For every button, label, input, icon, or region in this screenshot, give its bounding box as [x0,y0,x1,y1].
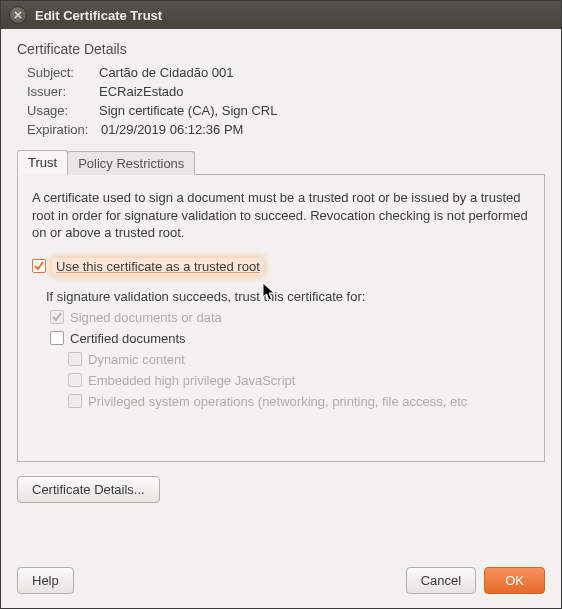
checkbox-label: Use this certificate as a trusted root [52,258,264,275]
detail-label: Subject: [27,65,99,80]
detail-expiration: Expiration: 01/29/2019 06:12:36 PM [27,122,545,137]
checkbox-privileged-ops: Privileged system operations (networking… [68,394,530,409]
detail-label: Expiration: [27,122,101,137]
tab-policy-restrictions[interactable]: Policy Restrictions [67,151,195,175]
detail-value: 01/29/2019 06:12:36 PM [101,122,243,137]
checkbox-certified-documents[interactable]: Certified documents [50,331,530,346]
checkbox-signed-documents: Signed documents or data [50,310,530,325]
checkbox-icon [50,310,64,324]
help-button[interactable]: Help [17,567,74,594]
detail-value: Cartão de Cidadão 001 [99,65,233,80]
checkbox-label: Dynamic content [88,352,185,367]
trust-panel: A certificate used to sign a document mu… [17,175,545,462]
footer: Help Cancel OK [17,557,545,594]
content-area: Certificate Details Subject: Cartão de C… [1,29,561,608]
cancel-button[interactable]: Cancel [406,567,476,594]
tab-area: Trust Policy Restrictions A certificate … [17,149,545,462]
panel-description: A certificate used to sign a document mu… [32,189,530,242]
checkbox-icon [68,352,82,366]
checkbox-icon [50,331,64,345]
checkbox-label: Certified documents [70,331,186,346]
checkbox-trusted-root[interactable]: Use this certificate as a trusted root [32,258,264,275]
tab-trust[interactable]: Trust [17,150,68,175]
tab-strip: Trust Policy Restrictions [17,149,545,175]
checkbox-label: Privileged system operations (networking… [88,394,467,409]
checkbox-icon [32,259,46,273]
close-icon[interactable] [9,6,27,24]
checkbox-icon [68,373,82,387]
detail-label: Usage: [27,103,99,118]
ok-button[interactable]: OK [484,567,545,594]
checkbox-icon [68,394,82,408]
detail-issuer: Issuer: ECRaizEstado [27,84,545,99]
checkbox-embedded-js: Embedded high privilege JavaScript [68,373,530,388]
cert-details-row: Certificate Details... [17,476,545,503]
window-title: Edit Certificate Trust [35,8,162,23]
detail-value: ECRaizEstado [99,84,184,99]
sub-heading: If signature validation succeeds, trust … [46,289,530,304]
detail-subject: Subject: Cartão de Cidadão 001 [27,65,545,80]
detail-label: Issuer: [27,84,99,99]
checkbox-dynamic-content: Dynamic content [68,352,530,367]
checkbox-label: Embedded high privilege JavaScript [88,373,295,388]
detail-value: Sign certificate (CA), Sign CRL [99,103,277,118]
checkbox-label: Signed documents or data [70,310,222,325]
details-heading: Certificate Details [17,41,545,57]
titlebar: Edit Certificate Trust [1,1,561,29]
detail-usage: Usage: Sign certificate (CA), Sign CRL [27,103,545,118]
certificate-details-button[interactable]: Certificate Details... [17,476,160,503]
dialog-window: Edit Certificate Trust Certificate Detai… [0,0,562,609]
